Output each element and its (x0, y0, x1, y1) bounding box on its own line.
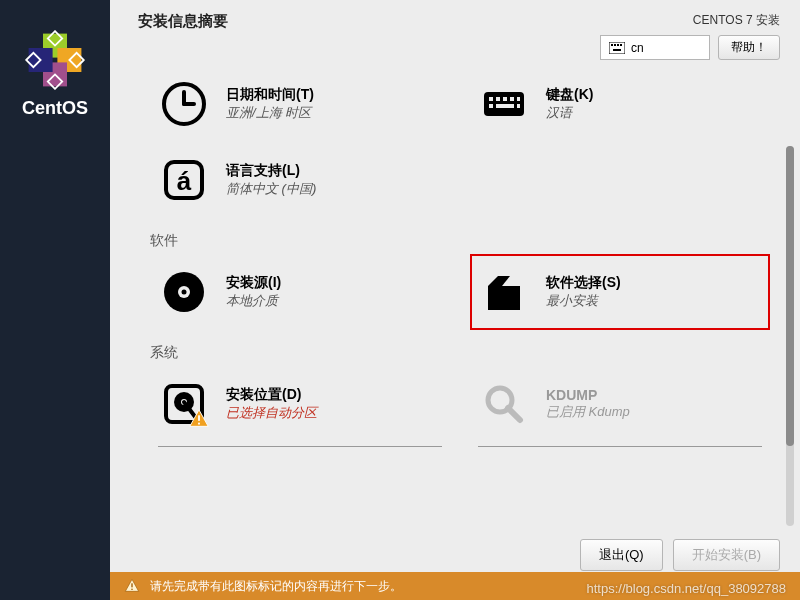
watermark: https://blog.csdn.net/qq_38092788 (587, 581, 787, 596)
spoke-title: KDUMP (546, 387, 630, 403)
svg-rect-6 (614, 44, 616, 46)
clock-icon (160, 80, 208, 128)
svg-rect-8 (620, 44, 622, 46)
cut-divider (478, 446, 762, 447)
installer-name: CENTOS 7 安装 (693, 12, 780, 29)
svg-rect-18 (517, 97, 520, 101)
spoke-software-selection[interactable]: 软件选择(S) 最小安装 (470, 254, 770, 330)
quit-button[interactable]: 退出(Q) (580, 539, 663, 571)
warning-text: 请先完成带有此图标标记的内容再进行下一步。 (150, 578, 402, 595)
svg-rect-17 (510, 97, 514, 101)
svg-rect-7 (617, 44, 619, 46)
keyboard-indicator[interactable]: cn (600, 35, 710, 60)
spoke-install-destination[interactable]: 安装位置(D) 已选择自动分区 (150, 366, 450, 442)
svg-rect-4 (609, 42, 625, 54)
svg-rect-31 (198, 415, 200, 421)
language-icon: á (160, 156, 208, 204)
spoke-title: 语言支持(L) (226, 162, 316, 180)
section-software: 软件 (150, 232, 770, 250)
spoke-install-source[interactable]: 安装源(I) 本地介质 (150, 254, 450, 330)
harddrive-icon (160, 380, 208, 428)
disc-icon (160, 268, 208, 316)
spoke-status: 本地介质 (226, 292, 281, 310)
keyboard-large-icon (480, 80, 528, 128)
svg-rect-15 (496, 97, 500, 101)
svg-rect-35 (131, 583, 132, 587)
section-system: 系统 (150, 344, 770, 362)
keyboard-value: cn (631, 41, 644, 55)
svg-rect-20 (496, 104, 514, 108)
spoke-title: 日期和时间(T) (226, 86, 314, 104)
sidebar: CentOS (0, 0, 110, 600)
spoke-keyboard[interactable]: 键盘(K) 汉语 (470, 66, 770, 142)
spoke-status: 已选择自动分区 (226, 404, 317, 422)
keyboard-icon (609, 42, 625, 54)
svg-rect-32 (198, 423, 200, 425)
help-button[interactable]: 帮助！ (718, 35, 780, 60)
svg-rect-19 (489, 104, 493, 108)
svg-rect-21 (517, 104, 520, 108)
svg-rect-9 (613, 49, 621, 51)
package-icon (480, 268, 528, 316)
scrollbar[interactable] (786, 146, 794, 526)
warning-icon (124, 578, 140, 594)
svg-rect-5 (611, 44, 613, 46)
spoke-title: 安装位置(D) (226, 386, 317, 404)
spoke-status: 汉语 (546, 104, 593, 122)
spoke-status: 亚洲/上海 时区 (226, 104, 314, 122)
svg-rect-16 (503, 97, 507, 101)
spoke-title: 安装源(I) (226, 274, 281, 292)
scrollbar-thumb[interactable] (786, 146, 794, 446)
begin-install-button[interactable]: 开始安装(B) (673, 539, 780, 571)
svg-point-26 (182, 290, 187, 295)
spoke-language[interactable]: á 语言支持(L) 简体中文 (中国) (150, 142, 450, 218)
warning-badge-icon (188, 408, 210, 430)
spoke-status: 已启用 Kdump (546, 403, 630, 421)
spoke-datetime[interactable]: 日期和时间(T) 亚洲/上海 时区 (150, 66, 450, 142)
svg-rect-14 (489, 97, 493, 101)
spoke-title: 软件选择(S) (546, 274, 621, 292)
svg-line-34 (508, 408, 520, 420)
spoke-status: 简体中文 (中国) (226, 180, 316, 198)
page-title: 安装信息摘要 (138, 12, 228, 60)
spoke-title: 键盘(K) (546, 86, 593, 104)
cut-divider (158, 446, 442, 447)
main-panel: 安装信息摘要 CENTOS 7 安装 cn 帮助！ (110, 0, 800, 600)
kdump-icon (480, 380, 528, 428)
centos-logo-icon (25, 30, 85, 90)
brand-text: CentOS (22, 98, 88, 119)
spoke-status: 最小安装 (546, 292, 621, 310)
svg-rect-36 (131, 589, 132, 590)
svg-text:á: á (177, 166, 192, 196)
spoke-kdump[interactable]: KDUMP 已启用 Kdump (470, 366, 770, 442)
